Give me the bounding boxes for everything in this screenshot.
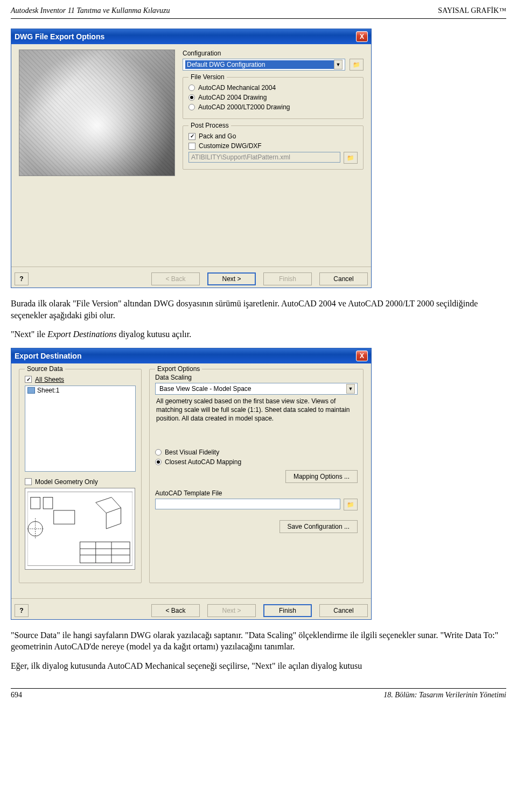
preview-image xyxy=(19,50,175,176)
folder-icon: 📁 xyxy=(353,61,360,68)
checkbox-icon xyxy=(188,143,195,150)
radio-acad-mech-2004[interactable]: AutoCAD Mechanical 2004 xyxy=(188,84,358,92)
page-number: 694 xyxy=(11,691,22,699)
next-button[interactable]: Next > xyxy=(207,272,256,285)
svg-line-14 xyxy=(106,508,121,513)
check-pack-and-go[interactable]: Pack and Go xyxy=(188,132,358,140)
template-file-input[interactable] xyxy=(155,499,340,509)
config-select-value: Default DWG Configuration xyxy=(185,60,334,69)
close-icon: X xyxy=(360,33,364,40)
chevron-down-icon: ▼ xyxy=(346,384,355,394)
titlebar: DWG File Export Options X xyxy=(11,29,371,44)
close-button[interactable]: X xyxy=(356,31,368,42)
radio-closest-autocad-mapping[interactable]: Closest AutoCAD Mapping xyxy=(155,458,358,466)
radio-label: AutoCAD Mechanical 2004 xyxy=(198,84,276,92)
template-file-label: AutoCAD Template File xyxy=(155,489,358,497)
radio-best-visual-fidelity[interactable]: Best Visual Fidelity xyxy=(155,449,358,456)
cancel-button[interactable]: Cancel xyxy=(319,272,368,285)
svg-rect-1 xyxy=(80,542,130,563)
radio-icon xyxy=(155,449,162,456)
svg-rect-6 xyxy=(31,497,40,508)
checkbox-icon xyxy=(188,133,195,140)
svg-line-15 xyxy=(96,502,107,513)
list-item-label: Sheet:1 xyxy=(37,387,59,394)
svg-rect-7 xyxy=(43,497,53,508)
check-model-geometry-only[interactable]: Model Geometry Only xyxy=(25,478,136,486)
post-process-legend: Post Process xyxy=(188,122,231,129)
data-scaling-select[interactable]: Base View Scale - Model Space ▼ xyxy=(155,383,358,395)
radio-icon xyxy=(188,104,195,110)
check-label: Customize DWG/DXF xyxy=(199,142,262,150)
back-button[interactable]: < Back xyxy=(151,604,200,617)
check-label: All Sheets xyxy=(35,376,64,383)
radio-acad-2000[interactable]: AutoCAD 2000/LT2000 Drawing xyxy=(188,103,358,111)
data-scaling-label: Data Scaling xyxy=(155,374,358,381)
radio-acad-2004[interactable]: AutoCAD 2004 Drawing xyxy=(188,94,358,101)
check-customize-dwg[interactable]: Customize DWG/DXF xyxy=(188,142,358,150)
chevron-down-icon: ▼ xyxy=(334,60,343,69)
checkbox-icon xyxy=(25,376,32,383)
dialog1-title: DWG File Export Options xyxy=(15,32,104,41)
help-icon: ? xyxy=(19,607,23,614)
save-configuration-button[interactable]: Save Configuration ... xyxy=(280,520,358,533)
radio-icon xyxy=(188,94,195,101)
doc-title-right: SAYISAL GRAFİK™ xyxy=(438,6,506,15)
dialog-dwg-export-options: DWG File Export Options X Configuration … xyxy=(11,29,372,288)
paragraph-2: "Next" ile Export Destinations diyalog k… xyxy=(11,328,506,340)
checkbox-icon xyxy=(25,478,32,485)
source-data-legend: Source Data xyxy=(25,365,65,373)
svg-line-13 xyxy=(111,497,121,508)
doc-title-left: Autodesk Inventor 11 Tanıtma ve Kullanma… xyxy=(11,6,170,15)
radio-label: Closest AutoCAD Mapping xyxy=(165,458,241,466)
paragraph-4: Eğer, ilk diyalog kutusunda AutoCAD Mech… xyxy=(11,660,506,672)
footer-rule xyxy=(11,688,506,689)
customize-path-input: ATIBILITY\Support\FlatPattern.xml xyxy=(188,152,340,163)
customize-browse-button[interactable]: 📁 xyxy=(344,152,358,164)
export-options-legend: Export Options xyxy=(155,365,202,373)
config-label: Configuration xyxy=(183,50,364,57)
mapping-options-button[interactable]: Mapping Options ... xyxy=(285,470,358,483)
titlebar: Export Destination X xyxy=(11,348,371,363)
help-button[interactable]: ? xyxy=(15,604,29,617)
finish-button[interactable]: Finish xyxy=(263,604,312,617)
close-icon: X xyxy=(360,352,364,360)
scaling-description: All geometry scaled based on the first b… xyxy=(155,395,358,425)
cancel-button[interactable]: Cancel xyxy=(319,604,368,617)
paragraph-1: Burada ilk olarak "File Version" altında… xyxy=(11,298,506,321)
list-item[interactable]: Sheet:1 xyxy=(25,386,135,395)
file-version-legend: File Version xyxy=(188,73,227,81)
svg-rect-11 xyxy=(54,510,75,524)
back-button[interactable]: < Back xyxy=(151,272,200,285)
sheet-icon xyxy=(27,387,35,394)
radio-icon xyxy=(188,85,195,91)
check-all-sheets[interactable]: All Sheets xyxy=(25,376,136,383)
config-browse-button[interactable]: 📁 xyxy=(350,59,364,71)
finish-button[interactable]: Finish xyxy=(263,272,312,285)
dialog-export-destination: Export Destination X Source Data All She… xyxy=(11,348,372,620)
help-icon: ? xyxy=(19,275,23,283)
template-browse-button[interactable]: 📁 xyxy=(344,499,358,510)
paragraph-3: "Source Data" ile hangi sayfaların DWG o… xyxy=(11,629,506,653)
radio-label: AutoCAD 2004 Drawing xyxy=(198,94,267,101)
radio-icon xyxy=(155,459,162,465)
chapter-label: 18. Bölüm: Tasarım Verilerinin Yönetimi xyxy=(383,691,506,699)
help-button[interactable]: ? xyxy=(15,272,29,285)
svg-line-12 xyxy=(96,497,111,502)
folder-icon: 📁 xyxy=(347,501,354,508)
config-select[interactable]: Default DWG Configuration ▼ xyxy=(183,59,345,71)
sheets-listbox[interactable]: Sheet:1 xyxy=(25,386,136,472)
svg-line-18 xyxy=(106,523,121,529)
dialog2-title: Export Destination xyxy=(15,352,81,360)
radio-label: Best Visual Fidelity xyxy=(165,449,219,456)
radio-label: AutoCAD 2000/LT2000 Drawing xyxy=(198,103,290,111)
data-scaling-value: Base View Scale - Model Space xyxy=(158,384,346,393)
check-label: Pack and Go xyxy=(199,132,236,140)
header-rule xyxy=(11,18,506,19)
close-button[interactable]: X xyxy=(356,351,368,361)
next-button[interactable]: Next > xyxy=(207,604,256,617)
drawing-preview xyxy=(25,488,135,570)
folder-icon: 📁 xyxy=(347,155,354,162)
check-label: Model Geometry Only xyxy=(35,478,98,486)
